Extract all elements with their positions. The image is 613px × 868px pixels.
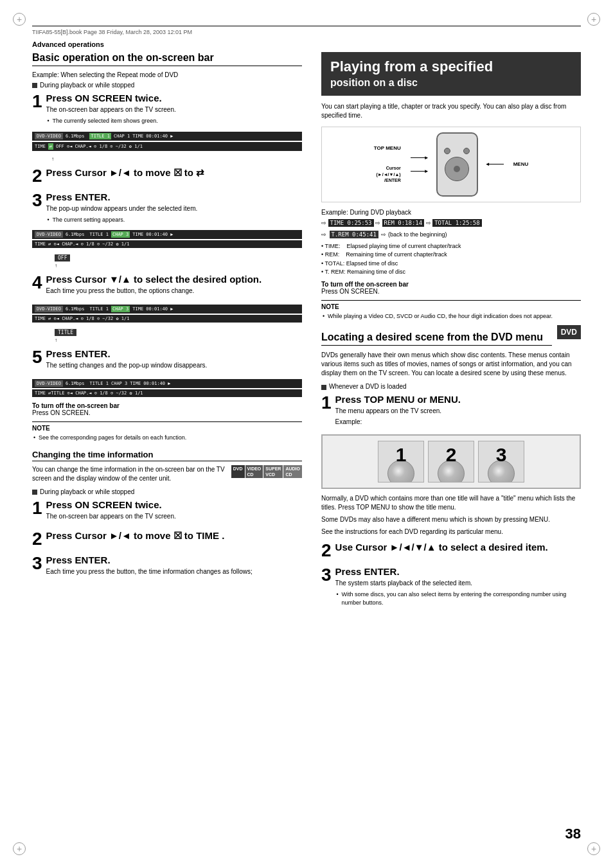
left-arrows: ► ► <box>411 157 427 172</box>
dvd-badge-right: DVD <box>557 325 581 339</box>
step-3-block: 3 Press ENTER. The pop-up window appears… <box>32 191 302 224</box>
cursor-indicator-1: ↑ <box>51 156 302 162</box>
bullet-during-playback-2: During playback or while stopped <box>32 488 302 495</box>
left-column: Basic operation on the on-screen bar Exa… <box>32 52 302 613</box>
step-d1-number: 1 <box>321 394 332 412</box>
time-row-1: ⇨ TIME 0:25:53 ⇨ REM 0:18:14 ⇨ TOTAL 1:2… <box>321 219 581 227</box>
dvd-menu-item-3: 3 <box>478 441 524 483</box>
step-1-title: Press ON SCREEN twice. <box>46 93 302 103</box>
big-heading-title: Playing from a specified <box>330 58 572 75</box>
step-2-1-number: 1 <box>32 499 42 517</box>
popup-box-1: OFF <box>55 254 70 261</box>
top-menu-label: TOP MENU <box>374 145 401 151</box>
turn-off-section-1: To turn off the on-screen bar Press ON S… <box>32 402 302 416</box>
step-2-number: 2 <box>32 167 42 185</box>
change-time-title: Changing the time information <box>32 450 302 461</box>
step-d2-title: Use Cursor ►/◄/▼/▲ to select a desired i… <box>335 542 581 553</box>
turn-off-body-right: Press ON SCREEN. <box>321 288 581 295</box>
remote-dpad <box>445 157 469 181</box>
turn-off-label-right: To turn off the on-screen bar <box>321 281 581 288</box>
audio-cd-badge: AUDIOCD <box>283 465 302 478</box>
onscreen-bar-2a: DVD-VIDEO 6.1Mbps TITLE 1 CHAP 3 TIME 00… <box>32 230 302 239</box>
note-bullet-right: While playing a Video CD, SVCD or Audio … <box>321 312 581 321</box>
step-4-number: 4 <box>32 274 42 292</box>
right-column: Playing from a specified position on a d… <box>321 52 581 613</box>
page-number: 38 <box>565 826 581 842</box>
time-example-label: Example: During DVD playback <box>321 209 581 216</box>
step-1-bullet: The currently selected item shows green. <box>46 117 302 125</box>
remote-btn-top-left <box>444 148 450 154</box>
time-bullet-2: • REM: Remaining time of current chapter… <box>321 251 581 260</box>
step-2-block: 2 Press Cursor ►/◄ to move ☒ to ⇄ <box>32 167 302 185</box>
time-bullets: • TIME: Elapsed playing time of current … <box>321 242 581 277</box>
right-arrows: ◄ <box>488 164 504 164</box>
dvd-menu-illustration: 1 2 3 <box>321 434 581 489</box>
cursor-label: Cursor(►/◄/▼/▲)/ENTER <box>374 165 401 182</box>
dvd-scene-body: DVDs generally have their own menus whic… <box>321 351 581 378</box>
onscreen-bar-1b: TIME ⇄ OFF ⊙◄ CHAP.◄ ⊙ 1/8 ⊙ ~/32 ✿ 1/1 <box>32 142 302 151</box>
step-d3-title: Press ENTER. <box>335 566 581 577</box>
onscreen-bar-3a: DVD-VIDEO 6.1Mbps TITLE 1 CHAP 3 TIME 00… <box>32 305 302 314</box>
step-3-body1: The pop-up window appears under the sele… <box>46 204 302 213</box>
step-d1-title: Press TOP MENU or MENU. <box>335 394 581 405</box>
step-2-2-number: 2 <box>32 530 42 548</box>
file-info: TIIFA85-55[B].book Page 38 Friday, March… <box>32 26 581 35</box>
bullet-dvd-loaded: Whenever a DVD is loaded <box>321 383 581 390</box>
super-vcd-badge: SUPERVCD <box>263 465 283 478</box>
step-2-3-title: Press ENTER. <box>46 554 302 565</box>
time-row-2: ⇨ T.REM 0:45:41 ⇨ (back to the beginning… <box>321 229 581 240</box>
step-2-2-title: Press Cursor ►/◄ to move ☒ to TIME . <box>46 530 302 542</box>
step-2-3-block: 3 Press ENTER. Each time you press the b… <box>32 554 302 579</box>
dvd-body-2: Normally, a DVD which contains more than… <box>321 494 581 512</box>
dvd-badge-left: DVD <box>231 465 245 478</box>
turn-off-body-1: Press ON SCREEN. <box>32 409 302 416</box>
step-1-body1: The on-screen bar appears on the TV scre… <box>46 105 302 114</box>
dvd-menu-num-2: 2 <box>446 444 457 466</box>
dvd-menu-item-2: 2 <box>428 441 474 483</box>
dvd-menu-num-3: 3 <box>496 444 507 466</box>
dvd-scene-header: Locating a desired scene from the DVD me… <box>321 325 581 351</box>
step-4-body: Each time you press the button, the opti… <box>46 287 302 296</box>
section-label: Advanced operations <box>32 40 581 48</box>
step-5-block: 5 Press ENTER. The setting changes and t… <box>32 348 302 373</box>
dvd-menu-item-1: 1 <box>378 441 424 483</box>
step-d1-example: Example: <box>335 418 581 425</box>
step-2-1-body: The on-screen bar appears on the TV scre… <box>46 512 302 521</box>
onscreen-bar-2b: TIME ⇄ ⊙◄ CHAP.◄ ⊙ 1/8 ⊙ ~/32 ✿ 1/1 <box>32 240 302 248</box>
note-box-right: NOTE While playing a Video CD, SVCD or A… <box>321 300 581 321</box>
big-heading-box: Playing from a specified position on a d… <box>321 52 581 96</box>
example-label-1: Example: When selecting the Repeat mode … <box>32 71 302 78</box>
remote-top-buttons <box>444 148 470 154</box>
bullet-during-playback-1: During playback or while stopped <box>32 82 302 89</box>
remote-btn-top-right <box>463 148 470 154</box>
arrow-cursor: ► <box>411 171 427 172</box>
dvd-menu-num-1: 1 <box>396 444 407 466</box>
remote-illustration: TOP MENU Cursor(►/◄/▼/▲)/ENTER ► ► <box>321 127 581 202</box>
note-title-right: NOTE <box>321 303 581 310</box>
right-intro: You can start playing a title, chapter o… <box>321 102 581 120</box>
step-d2-block: 2 Use Cursor ►/◄/▼/▲ to select a desired… <box>321 542 581 560</box>
change-time-body: You can change the time information in t… <box>32 465 226 483</box>
step-2-1-block: 1 Press ON SCREEN twice. The on-screen b… <box>32 499 302 524</box>
format-badges-row: DVD VIDEOCD SUPERVCD AUDIOCD <box>231 465 302 478</box>
step-d3-bullet: With some discs, you can also select ite… <box>335 590 581 607</box>
step-2-3-body: Each time you press the button, the time… <box>46 567 302 576</box>
video-cd-badge: VIDEOCD <box>245 465 263 478</box>
step-5-body: The setting changes and the pop-up windo… <box>46 361 302 370</box>
remote-label-left: TOP MENU Cursor(►/◄/▼/▲)/ENTER <box>374 145 401 182</box>
arrow-menu-left: ◄ <box>488 164 504 164</box>
remote-dpad-center <box>454 166 460 172</box>
note-box-1: NOTE See the corresponding pages for det… <box>32 421 302 442</box>
step-2-1-title: Press ON SCREEN twice. <box>46 499 302 510</box>
remote-body <box>436 132 478 197</box>
step-1-number: 1 <box>32 93 42 111</box>
note-bullet-1: See the corresponding pages for details … <box>32 434 302 442</box>
step-1-block: 1 Press ON SCREEN twice. The on-screen b… <box>32 93 302 125</box>
basic-operation-title: Basic operation on the on-screen bar <box>32 52 302 66</box>
turn-off-section-right: To turn off the on-screen bar Press ON S… <box>321 281 581 295</box>
step-d3-body: The system starts playback of the select… <box>335 579 581 588</box>
dvd-body-4: See the instructions for each DVD regard… <box>321 527 581 536</box>
time-bullet-3: • TOTAL: Elapsed time of disc <box>321 260 581 269</box>
step-2-title: Press Cursor ►/◄ to move ☒ to ⇄ <box>46 167 302 179</box>
onscreen-bar-4b: TIME ⇄TITLE ⊙◄ CHAP.◄ ⊙ 1/8 ⊙ ~/32 ✿ 1/1 <box>32 389 302 397</box>
